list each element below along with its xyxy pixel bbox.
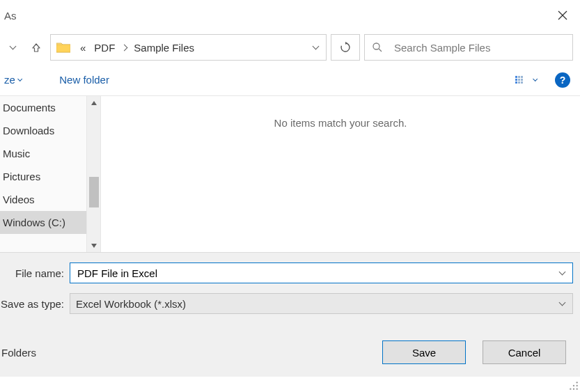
- chevron-down-icon: [9, 43, 16, 50]
- svg-point-14: [573, 385, 574, 386]
- navigation-tree[interactable]: Documents Downloads Music Pictures Video…: [0, 96, 87, 252]
- sidebar-item-documents[interactable]: Documents: [0, 96, 86, 119]
- svg-point-17: [573, 389, 574, 390]
- organize-label: ze: [4, 74, 15, 86]
- breadcrumb-overflow-label: «: [80, 42, 86, 54]
- search-box[interactable]: [364, 34, 573, 61]
- svg-rect-4: [515, 76, 517, 78]
- refresh-button[interactable]: [331, 34, 360, 61]
- sidebar-item-downloads[interactable]: Downloads: [0, 119, 86, 142]
- filename-combobox[interactable]: [70, 262, 573, 283]
- breadcrumb-pdf[interactable]: PDF: [90, 35, 119, 60]
- svg-rect-6: [521, 76, 523, 78]
- help-button[interactable]: ?: [555, 72, 570, 88]
- svg-rect-5: [518, 76, 520, 78]
- filetype-dropdown-button[interactable]: [553, 294, 571, 313]
- filename-label: File name:: [0, 267, 70, 279]
- close-button[interactable]: [545, 0, 580, 31]
- filetype-value: Excel Workbook (*.xlsx): [76, 298, 553, 310]
- svg-point-2: [373, 43, 379, 49]
- browse-folders-toggle[interactable]: Folders: [1, 347, 36, 359]
- view-icon: [515, 75, 529, 86]
- svg-rect-11: [518, 81, 520, 84]
- folder-icon: [55, 39, 72, 56]
- search-input[interactable]: [393, 41, 565, 54]
- sidebar-item-pictures[interactable]: Pictures: [0, 165, 86, 188]
- breadcrumb-label: Sample Files: [134, 42, 194, 54]
- address-bar[interactable]: « PDF Sample Files: [50, 34, 327, 61]
- up-button[interactable]: [26, 36, 46, 59]
- breadcrumb-overflow[interactable]: «: [76, 35, 90, 60]
- filetype-label: Save as type:: [0, 298, 70, 310]
- search-icon: [372, 42, 383, 53]
- svg-rect-7: [515, 79, 517, 81]
- new-folder-label: New folder: [59, 74, 109, 86]
- toolbar: ze New folder ?: [0, 64, 580, 96]
- svg-point-16: [570, 389, 571, 390]
- chevron-right-icon: [119, 43, 130, 52]
- chevron-down-icon: [312, 43, 319, 50]
- svg-rect-9: [521, 79, 523, 81]
- organize-button[interactable]: ze: [0, 71, 26, 88]
- address-dropdown-button[interactable]: [305, 35, 326, 60]
- window-title: As: [4, 10, 17, 22]
- filename-dropdown-button[interactable]: [553, 263, 571, 283]
- resize-grip-icon[interactable]: [569, 381, 579, 391]
- new-folder-button[interactable]: New folder: [55, 71, 113, 88]
- svg-rect-8: [518, 79, 520, 81]
- sidebar-scrollbar[interactable]: [87, 96, 101, 252]
- filename-input[interactable]: [76, 267, 553, 280]
- cancel-button[interactable]: Cancel: [483, 340, 566, 364]
- svg-point-15: [577, 385, 578, 386]
- sidebar-item-videos[interactable]: Videos: [0, 188, 86, 211]
- nav-row: « PDF Sample Files: [0, 31, 580, 64]
- content-area: Documents Downloads Music Pictures Video…: [0, 96, 580, 252]
- chevron-down-icon: [558, 299, 565, 306]
- titlebar: As: [0, 0, 580, 31]
- filetype-combobox[interactable]: Excel Workbook (*.xlsx): [70, 293, 573, 314]
- chevron-down-icon: [558, 269, 565, 276]
- up-arrow-icon: [31, 42, 41, 52]
- chevron-down-icon: [17, 77, 23, 82]
- svg-rect-10: [515, 81, 517, 84]
- view-options-button[interactable]: [510, 75, 542, 86]
- refresh-icon: [340, 42, 351, 53]
- svg-point-13: [577, 382, 578, 383]
- sidebar-item-windows-c[interactable]: Windows (C:): [0, 211, 86, 234]
- close-icon: [558, 10, 567, 20]
- svg-rect-12: [521, 81, 523, 84]
- file-list[interactable]: No items match your search.: [101, 96, 580, 252]
- breadcrumb-label: PDF: [94, 42, 115, 54]
- svg-line-3: [379, 49, 382, 52]
- breadcrumb-sample-files[interactable]: Sample Files: [130, 35, 198, 60]
- empty-message: No items match your search.: [274, 117, 407, 252]
- footer-panel: File name: Save as type: Excel Workbook …: [0, 252, 580, 377]
- help-icon: ?: [560, 75, 566, 86]
- scroll-up-icon[interactable]: [91, 99, 97, 107]
- svg-point-18: [577, 389, 578, 390]
- sidebar-item-music[interactable]: Music: [0, 142, 86, 165]
- scrollbar-thumb[interactable]: [89, 177, 99, 207]
- chevron-down-icon: [533, 77, 538, 82]
- scroll-down-icon[interactable]: [91, 242, 97, 249]
- save-button[interactable]: Save: [382, 340, 466, 364]
- forward-dropdown-button[interactable]: [3, 36, 22, 59]
